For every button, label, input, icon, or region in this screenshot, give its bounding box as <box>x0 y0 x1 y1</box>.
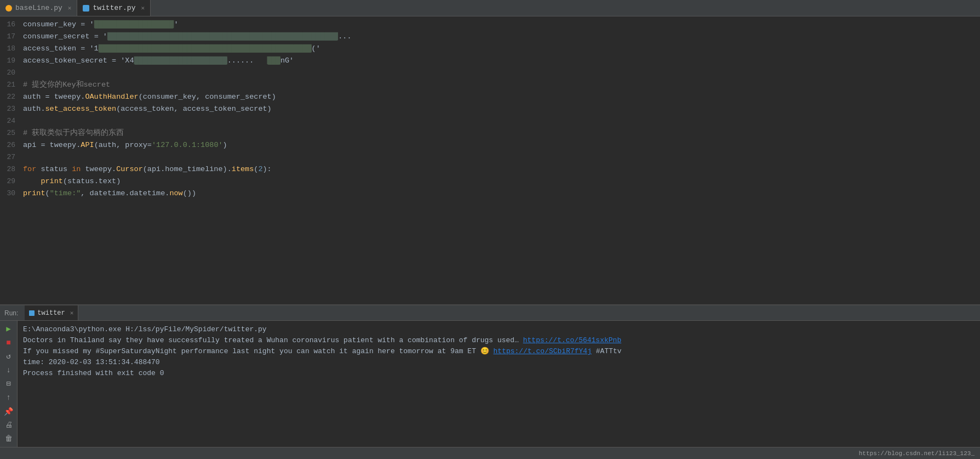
twitter-icon <box>83 5 89 12</box>
line-code-25: # 获取类似于内容句柄的东西 <box>23 127 980 139</box>
code-line-21: 21# 提交你的Key和secret <box>0 79 980 91</box>
code-line-28: 28for status in tweepy.Cursor(api.home_t… <box>0 163 980 175</box>
code-line-24: 24 <box>0 115 980 127</box>
code-line-26: 26api = tweepy.API(auth, proxy='127.0.0.… <box>0 139 980 151</box>
line-code-17: consumer_secret = '█████████████████████… <box>23 31 980 43</box>
pin-button[interactable]: 📌 <box>3 406 15 417</box>
panel-output[interactable]: E:\Anaconda3\python.exe H:/lss/pyFile/My… <box>18 321 980 447</box>
line-number-25: 25 <box>0 127 23 139</box>
tab-baseline-label: baseLine.py <box>15 4 62 12</box>
tab-baseline[interactable]: baseLine.py ✕ <box>0 0 77 16</box>
scroll-up-button[interactable]: ↑ <box>3 392 15 404</box>
line-code-26: api = tweepy.API(auth, proxy='127.0.0.1:… <box>23 139 980 151</box>
code-content[interactable]: 16consumer_key = '██████████████████'17c… <box>0 16 980 304</box>
line-code-23: auth.set_access_token(access_token, acce… <box>23 103 980 115</box>
line-number-21: 21 <box>0 79 23 91</box>
baseline-icon <box>5 5 12 12</box>
code-line-19: 19access_token_secret = 'X4█████████████… <box>0 55 980 67</box>
clear-button[interactable]: ⊟ <box>3 378 15 389</box>
run-label: Run: <box>4 309 18 317</box>
editor-area: 16consumer_key = '██████████████████'17c… <box>0 16 980 304</box>
line-code-19: access_token_secret = 'X4███████████████… <box>23 55 980 67</box>
scroll-down-button[interactable]: ↓ <box>3 364 15 376</box>
panel-body: ▶ ■ ↺ ↓ ⊟ ↑ 📌 🖨 🗑 E:\Anaconda3\python.ex… <box>0 321 980 447</box>
line-code-22: auth = tweepy.OAuthHandler(consumer_key,… <box>23 91 980 103</box>
status-bar: https://blog.csdn.net/li123_123_ <box>0 447 980 459</box>
line-number-20: 20 <box>0 67 23 79</box>
panel-toolbar: ▶ ■ ↺ ↓ ⊟ ↑ 📌 🖨 🗑 <box>0 321 18 447</box>
bottom-panel: Run: twitter ✕ ▶ ■ ↺ ↓ ⊟ ↑ 📌 🖨 🗑 E:\Anac… <box>0 304 980 447</box>
output-link[interactable]: https://t.co/SCbiR7fY4j <box>494 347 592 355</box>
delete-button[interactable]: 🗑 <box>3 433 15 445</box>
code-line-27: 27 <box>0 151 980 163</box>
run-tab-twitter[interactable]: twitter ✕ <box>25 305 78 320</box>
line-number-18: 18 <box>0 43 23 55</box>
tab-twitter-close[interactable]: ✕ <box>141 4 145 12</box>
line-number-27: 27 <box>0 151 23 163</box>
code-line-22: 22auth = tweepy.OAuthHandler(consumer_ke… <box>0 91 980 103</box>
code-line-16: 16consumer_key = '██████████████████' <box>0 19 980 31</box>
line-code-29: print(status.text) <box>23 175 980 188</box>
output-line-3: time: 2020-02-03 13:51:34.488470 <box>23 357 975 368</box>
line-number-29: 29 <box>0 175 23 188</box>
line-number-24: 24 <box>0 115 23 127</box>
code-line-17: 17consumer_secret = '███████████████████… <box>0 31 980 43</box>
code-line-23: 23auth.set_access_token(access_token, ac… <box>0 103 980 115</box>
output-line-2: If you missed my #SuperSaturdayNight per… <box>23 346 975 357</box>
line-number-23: 23 <box>0 103 23 115</box>
run-tab-close[interactable]: ✕ <box>70 309 74 316</box>
line-code-28: for status in tweepy.Cursor(api.home_tim… <box>23 163 980 175</box>
code-line-29: 29 print(status.text) <box>0 175 980 188</box>
line-code-18: access_token = '1███████████████████████… <box>23 43 980 55</box>
line-code-21: # 提交你的Key和secret <box>23 79 980 91</box>
stop-button[interactable]: ■ <box>3 337 15 348</box>
line-number-19: 19 <box>0 55 23 67</box>
line-number-22: 22 <box>0 91 23 103</box>
output-line-5: Process finished with exit code 0 <box>23 368 975 379</box>
run-tab-label: twitter <box>37 309 65 317</box>
line-number-26: 26 <box>0 139 23 151</box>
tab-bar: baseLine.py ✕ twitter.py ✕ <box>0 0 980 16</box>
line-number-17: 17 <box>0 31 23 43</box>
line-number-30: 30 <box>0 188 23 200</box>
code-line-25: 25# 获取类似于内容句柄的东西 <box>0 127 980 139</box>
tab-twitter[interactable]: twitter.py ✕ <box>77 0 151 16</box>
run-tab-bar: Run: twitter ✕ <box>0 305 980 321</box>
tab-baseline-close[interactable]: ✕ <box>68 4 72 12</box>
code-line-30: 30print("time:", datetime.datetime.now()… <box>0 188 980 200</box>
line-code-30: print("time:", datetime.datetime.now()) <box>23 188 980 200</box>
output-line-1: Doctors in Thailand say they have succes… <box>23 335 975 346</box>
print-button[interactable]: 🖨 <box>3 420 15 431</box>
tab-twitter-label: twitter.py <box>93 4 135 12</box>
status-url: https://blog.csdn.net/li123_123_ <box>859 450 975 457</box>
rerun-button[interactable]: ↺ <box>3 350 15 362</box>
run-button[interactable]: ▶ <box>3 323 15 335</box>
output-line-0: E:\Anaconda3\python.exe H:/lss/pyFile/My… <box>23 324 975 335</box>
code-line-20: 20 <box>0 67 980 79</box>
output-link[interactable]: https://t.co/5641sxkPnb <box>523 336 621 344</box>
run-tab-icon <box>29 310 35 316</box>
line-number-16: 16 <box>0 19 23 31</box>
line-number-28: 28 <box>0 163 23 175</box>
line-code-16: consumer_key = '██████████████████' <box>23 19 980 31</box>
code-line-18: 18access_token = '1█████████████████████… <box>0 43 980 55</box>
